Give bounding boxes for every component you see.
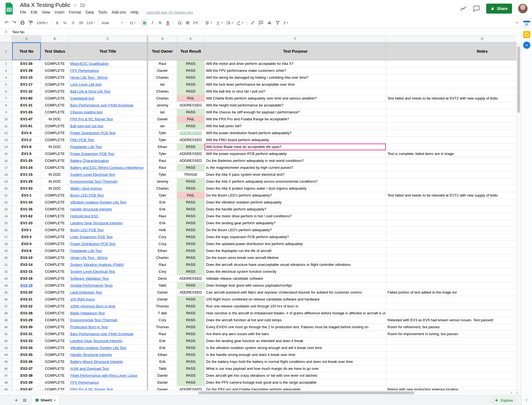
row-header-25[interactable]: 25 [0,220,12,227]
cell-A22[interactable]: EV1-34 [12,199,41,206]
cell-B23[interactable]: COMPLETE [41,206,69,213]
cell-A25[interactable]: EV1-33 [12,220,41,227]
cell-A24[interactable]: EV1-62 [12,213,41,220]
test-title-link[interactable]: Power Expansion PCB Test [70,152,114,156]
cell-G47[interactable] [386,372,516,379]
cell-D42[interactable]: Erik [148,338,177,345]
scroll-right-arrow[interactable]: › [515,391,519,395]
cell-B30[interactable]: COMPLETE [41,254,69,261]
cell-B26[interactable]: COMPLETE [41,227,69,234]
cell-B5[interactable]: COMPLETE [41,81,69,88]
row-header-11[interactable]: 11 [0,123,12,130]
row-header-46[interactable]: 46 [0,365,12,372]
cell-E21[interactable]: FAIL [177,192,205,199]
cell-B40[interactable]: COMPLETE [41,324,69,331]
vertical-scrollbar[interactable] [516,42,521,390]
star-icon[interactable]: ☆ [73,2,77,8]
side-panel-expand-icon[interactable]: › [521,397,532,402]
cell-D43[interactable]: Erik [148,345,177,351]
cell-E23[interactable]: PASS [177,206,205,213]
cell-F40[interactable]: Every EV/DV unit must go through the 2 h… [205,324,386,331]
cell-A40[interactable]: EV2-30 [12,324,41,331]
cell-C5[interactable]: Lock Lever Life test [69,81,147,88]
cell-B49[interactable]: COMPLETE [41,386,69,390]
format-currency-button[interactable]: $ [54,19,61,27]
cell-G37[interactable] [386,303,516,310]
cell-F13[interactable]: Will the FMU board perform adequately [205,137,386,144]
cell-F10[interactable]: Will the FRX Pro and Futaba Range be acc… [205,116,386,123]
cell-A7[interactable]: EV1-60 [12,95,41,102]
cell-B17[interactable]: COMPLETE [41,164,69,171]
cell-G31[interactable] [386,261,516,268]
test-title-link[interactable]: FRX Pro & RC Range Test [70,117,113,121]
cell-A28[interactable]: EV2-4 [12,241,41,248]
cell-F42[interactable]: Does the landing gear function as intend… [205,338,386,345]
cell-F7[interactable]: Will Charlie Bolts perform adequately ov… [205,95,386,102]
cell-C43[interactable]: Vibration Isolation System Life Test [69,345,147,351]
cell-B3[interactable]: COMPLETE [41,67,69,74]
cell-A19[interactable]: EV1-29 [12,178,41,185]
cell-F5[interactable]: Will the lock lever performance be accep… [205,81,386,88]
cell-F1[interactable]: Test Purpose [205,42,386,60]
cell-C24[interactable]: Hot/cold test ESC [69,213,147,220]
cell-B42[interactable]: COMPLETE [41,338,69,345]
cell-D3[interactable]: Daniel [148,67,177,74]
cell-C49[interactable]: FRX Pro & RC Range Test [69,386,147,390]
text-rotation-button[interactable]: ▾ [235,19,245,27]
cell-A16[interactable]: EV1-25 [12,157,41,164]
cell-B31[interactable]: COMPLETE [41,261,69,268]
cell-G16[interactable] [386,157,516,164]
cell-G49[interactable]: Retest with new production antenna locat… [386,386,516,390]
row-header-6[interactable]: 6 [0,88,12,95]
cell-C21[interactable]: Boom LED PCB Test [69,192,147,199]
cell-D17[interactable]: Raul [148,164,177,171]
row-header-10[interactable]: 10 [0,116,12,123]
cell-G1[interactable]: Notes [386,42,516,60]
test-title-link[interactable]: Water / dust ingress [70,186,102,190]
cell-A3[interactable]: EV1-39 [12,67,41,74]
cell-A5[interactable]: EV1-17 [12,81,41,88]
cell-F46[interactable]: What is our max payload and how much mar… [205,365,386,372]
cell-B1[interactable]: Test Status [41,42,69,60]
cell-C29[interactable]: Flopdapter Life Test [69,248,147,254]
cell-G29[interactable] [386,248,516,254]
cell-B9[interactable]: COMPLETE [41,109,69,116]
cell-C32[interactable]: System Level Electrical Test [69,268,147,275]
row-header-41[interactable]: 41 [0,331,12,338]
test-title-link[interactable]: Lock Lever Life test [70,82,102,86]
cell-A38[interactable]: EV2-28 [12,310,41,317]
cell-E20[interactable]: PASS [177,185,205,192]
test-title-link[interactable]: Baro Performance over Flight Envelope [70,103,133,107]
cell-A9[interactable]: EV1-55 [12,109,41,116]
row-header-45[interactable]: 45 [0,358,12,365]
cell-B36[interactable]: COMPLETE [41,296,69,303]
cell-C37[interactable]: 100hr minimum Burn in time [69,303,147,310]
test-result-link[interactable]: ADDRESSED [179,131,202,135]
row-header-8[interactable]: 8 [0,102,12,109]
cell-F41[interactable]: Are there any aero issues with the baro [205,331,386,338]
cell-D6[interactable]: Charles [148,88,177,95]
cell-E13[interactable]: ADDRESSED [177,137,205,144]
cell-E49[interactable]: ADDRESSED [177,386,205,390]
move-folder-icon[interactable] [80,3,85,8]
cell-B11[interactable]: COMPLETE [41,123,69,130]
row-header-23[interactable]: 23 [0,206,12,213]
sheet-tab-sheet1[interactable]: Sheet1 ▾ [32,395,59,405]
cell-C10[interactable]: FRX Pro & RC Range Test [69,116,147,123]
cell-D38[interactable]: T abb [148,310,177,317]
cell-C38[interactable]: Blade Imbalance Test [69,310,147,317]
cell-F31[interactable]: Does the aircraft structure have unaccep… [205,261,386,268]
row-header-21[interactable]: 21 [0,192,12,199]
cell-G23[interactable] [386,206,516,213]
cell-B44[interactable]: COMPLETE [41,351,69,358]
sheets-logo-icon[interactable] [4,2,14,15]
cell-G9[interactable] [386,109,516,116]
cell-E39[interactable]: PASS [177,317,205,324]
test-title-link[interactable]: Flopdapter Life Test [70,145,102,149]
cell-G22[interactable] [386,199,516,206]
cell-D39[interactable]: Cory [148,317,177,324]
test-title-link[interactable]: Ball Link & Strut Life Test [70,89,110,93]
cell-E5[interactable]: PASS [177,81,205,88]
cell-D8[interactable]: Jeremy [148,102,177,109]
cell-E44[interactable]: PASS [177,351,205,358]
